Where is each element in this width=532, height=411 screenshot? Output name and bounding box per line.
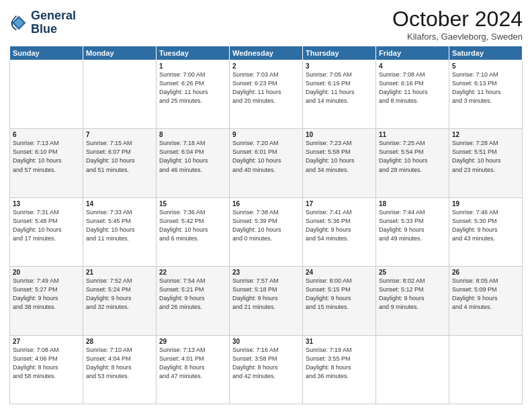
day-number: 3 (306, 62, 373, 70)
day-info: Sunrise: 7:20 AM Sunset: 6:01 PM Dayligh… (232, 139, 300, 174)
location-subtitle: Kilafors, Gaevleborg, Sweden (392, 32, 523, 42)
day-info: Sunrise: 7:33 AM Sunset: 5:45 PM Dayligh… (86, 208, 153, 243)
day-number: 24 (306, 269, 373, 276)
day-header-wednesday: Wednesday (230, 46, 303, 60)
day-info: Sunrise: 7:31 AM Sunset: 5:48 PM Dayligh… (13, 208, 80, 243)
day-header-monday: Monday (83, 46, 157, 60)
logo-text: General Blue (31, 9, 76, 36)
day-info: Sunrise: 7:19 AM Sunset: 3:55 PM Dayligh… (306, 346, 373, 381)
day-cell: 29Sunrise: 7:13 AM Sunset: 4:01 PM Dayli… (157, 335, 230, 404)
day-cell: 19Sunrise: 7:46 AM Sunset: 5:30 PM Dayli… (449, 197, 523, 266)
day-info: Sunrise: 7:10 AM Sunset: 6:13 PM Dayligh… (452, 71, 519, 105)
day-number: 22 (159, 269, 226, 276)
day-cell (449, 335, 523, 404)
day-info: Sunrise: 7:23 AM Sunset: 5:58 PM Dayligh… (306, 139, 373, 174)
day-info: Sunrise: 7:52 AM Sunset: 5:24 PM Dayligh… (86, 277, 153, 312)
week-row-5: 27Sunrise: 7:08 AM Sunset: 4:06 PM Dayli… (10, 335, 523, 404)
logo-icon (9, 13, 28, 32)
day-number: 8 (159, 131, 226, 138)
header: General Blue October 2024 Kilafors, Gaev… (9, 7, 523, 42)
day-cell: 5Sunrise: 7:10 AM Sunset: 6:13 PM Daylig… (449, 60, 523, 129)
day-cell: 16Sunrise: 7:38 AM Sunset: 5:39 PM Dayli… (230, 197, 303, 266)
day-cell: 26Sunrise: 8:05 AM Sunset: 5:09 PM Dayli… (449, 267, 523, 335)
day-number: 4 (379, 62, 446, 70)
day-info: Sunrise: 7:16 AM Sunset: 3:58 PM Dayligh… (232, 346, 300, 381)
day-number: 1 (159, 62, 226, 70)
day-number: 15 (159, 200, 226, 208)
day-info: Sunrise: 7:10 AM Sunset: 4:04 PM Dayligh… (86, 346, 153, 381)
day-info: Sunrise: 7:44 AM Sunset: 5:33 PM Dayligh… (379, 208, 446, 243)
day-info: Sunrise: 7:13 AM Sunset: 6:10 PM Dayligh… (13, 139, 80, 174)
calendar-table: SundayMondayTuesdayWednesdayThursdayFrid… (9, 46, 523, 404)
title-block: October 2024 Kilafors, Gaevleborg, Swede… (392, 7, 523, 42)
day-header-tuesday: Tuesday (157, 46, 230, 60)
day-number: 19 (452, 200, 519, 208)
day-info: Sunrise: 7:18 AM Sunset: 6:04 PM Dayligh… (159, 139, 226, 174)
day-number: 7 (86, 131, 153, 138)
day-number: 21 (86, 269, 153, 276)
day-cell: 11Sunrise: 7:25 AM Sunset: 5:54 PM Dayli… (376, 129, 449, 197)
day-header-sunday: Sunday (10, 46, 83, 60)
calendar-header-row: SundayMondayTuesdayWednesdayThursdayFrid… (10, 46, 523, 60)
day-info: Sunrise: 7:00 AM Sunset: 6:26 PM Dayligh… (159, 71, 226, 105)
day-number: 29 (159, 338, 226, 345)
day-number: 20 (13, 269, 80, 276)
day-number: 30 (232, 338, 300, 345)
day-cell (376, 335, 449, 404)
day-info: Sunrise: 7:54 AM Sunset: 5:21 PM Dayligh… (159, 277, 226, 312)
day-info: Sunrise: 7:03 AM Sunset: 6:23 PM Dayligh… (232, 71, 300, 105)
day-number: 5 (452, 62, 519, 70)
day-cell (83, 60, 157, 129)
day-number: 16 (232, 200, 300, 208)
day-number: 27 (13, 338, 80, 345)
day-info: Sunrise: 7:41 AM Sunset: 5:36 PM Dayligh… (306, 208, 373, 243)
day-header-thursday: Thursday (303, 46, 376, 60)
day-number: 25 (379, 269, 446, 276)
day-cell: 13Sunrise: 7:31 AM Sunset: 5:48 PM Dayli… (10, 197, 83, 266)
day-cell: 23Sunrise: 7:57 AM Sunset: 5:18 PM Dayli… (230, 267, 303, 335)
week-row-2: 6Sunrise: 7:13 AM Sunset: 6:10 PM Daylig… (10, 129, 523, 197)
day-cell: 1Sunrise: 7:00 AM Sunset: 6:26 PM Daylig… (157, 60, 230, 129)
day-info: Sunrise: 7:05 AM Sunset: 6:19 PM Dayligh… (306, 71, 373, 105)
page: General Blue October 2024 Kilafors, Gaev… (0, 0, 532, 411)
day-header-friday: Friday (376, 46, 449, 60)
day-cell: 28Sunrise: 7:10 AM Sunset: 4:04 PM Dayli… (83, 335, 157, 404)
day-info: Sunrise: 8:05 AM Sunset: 5:09 PM Dayligh… (452, 277, 519, 312)
day-number: 11 (379, 131, 446, 138)
day-number: 18 (379, 200, 446, 208)
day-cell: 12Sunrise: 7:28 AM Sunset: 5:51 PM Dayli… (449, 129, 523, 197)
day-number: 13 (13, 200, 80, 208)
day-number: 12 (452, 131, 519, 138)
day-number: 6 (13, 131, 80, 138)
calendar-body: 1Sunrise: 7:00 AM Sunset: 6:26 PM Daylig… (10, 60, 523, 404)
day-info: Sunrise: 7:25 AM Sunset: 5:54 PM Dayligh… (379, 139, 446, 174)
day-info: Sunrise: 7:13 AM Sunset: 4:01 PM Dayligh… (159, 346, 226, 381)
day-number: 31 (306, 338, 373, 345)
day-number: 14 (86, 200, 153, 208)
day-cell: 6Sunrise: 7:13 AM Sunset: 6:10 PM Daylig… (10, 129, 83, 197)
day-info: Sunrise: 7:08 AM Sunset: 6:16 PM Dayligh… (379, 71, 446, 105)
day-cell: 22Sunrise: 7:54 AM Sunset: 5:21 PM Dayli… (157, 267, 230, 335)
logo: General Blue (9, 9, 76, 36)
day-info: Sunrise: 7:15 AM Sunset: 6:07 PM Dayligh… (86, 139, 153, 174)
day-cell (10, 60, 83, 129)
day-info: Sunrise: 7:36 AM Sunset: 5:42 PM Dayligh… (159, 208, 226, 243)
day-cell: 30Sunrise: 7:16 AM Sunset: 3:58 PM Dayli… (230, 335, 303, 404)
day-info: Sunrise: 7:57 AM Sunset: 5:18 PM Dayligh… (232, 277, 300, 312)
day-cell: 14Sunrise: 7:33 AM Sunset: 5:45 PM Dayli… (83, 197, 157, 266)
day-cell: 9Sunrise: 7:20 AM Sunset: 6:01 PM Daylig… (230, 129, 303, 197)
day-cell: 21Sunrise: 7:52 AM Sunset: 5:24 PM Dayli… (83, 267, 157, 335)
day-info: Sunrise: 7:49 AM Sunset: 5:27 PM Dayligh… (13, 277, 80, 312)
day-cell: 17Sunrise: 7:41 AM Sunset: 5:36 PM Dayli… (303, 197, 376, 266)
week-row-4: 20Sunrise: 7:49 AM Sunset: 5:27 PM Dayli… (10, 267, 523, 335)
day-info: Sunrise: 7:46 AM Sunset: 5:30 PM Dayligh… (452, 208, 519, 243)
day-info: Sunrise: 8:02 AM Sunset: 5:12 PM Dayligh… (379, 277, 446, 312)
day-cell: 7Sunrise: 7:15 AM Sunset: 6:07 PM Daylig… (83, 129, 157, 197)
day-info: Sunrise: 7:08 AM Sunset: 4:06 PM Dayligh… (13, 346, 80, 381)
day-cell: 18Sunrise: 7:44 AM Sunset: 5:33 PM Dayli… (376, 197, 449, 266)
day-cell: 3Sunrise: 7:05 AM Sunset: 6:19 PM Daylig… (303, 60, 376, 129)
day-number: 26 (452, 269, 519, 276)
day-cell: 20Sunrise: 7:49 AM Sunset: 5:27 PM Dayli… (10, 267, 83, 335)
day-cell: 15Sunrise: 7:36 AM Sunset: 5:42 PM Dayli… (157, 197, 230, 266)
day-cell: 8Sunrise: 7:18 AM Sunset: 6:04 PM Daylig… (157, 129, 230, 197)
